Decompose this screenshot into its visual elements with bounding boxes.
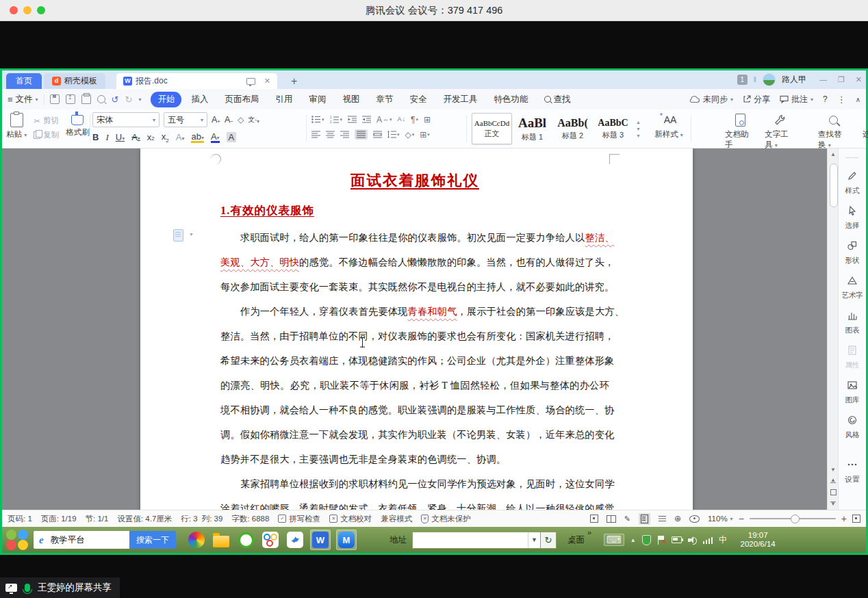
outline-view-icon[interactable] (659, 515, 666, 522)
style-cell-3[interactable]: AaBb(标题 2 (552, 113, 593, 144)
style-cell-2[interactable]: AaBl标题 1 (512, 113, 552, 144)
text-effects-button[interactable]: A▾ (176, 132, 185, 142)
meeting-taskbar-icon[interactable]: M (336, 530, 357, 550)
font-color-button[interactable]: A▾ (211, 132, 220, 143)
style-cell-4[interactable]: AaBbC标题 3 (593, 113, 633, 144)
highlight-button[interactable]: ab▾ (191, 132, 203, 143)
menu-tab-2[interactable]: 插入 (184, 92, 215, 107)
pane-item-8[interactable]: 风格 (841, 415, 863, 440)
window-list-icon[interactable]: ‖ (754, 76, 756, 83)
menu-tab-8[interactable]: 安全 (403, 92, 433, 107)
zoom-in-button[interactable]: + (841, 514, 847, 523)
address-go-icon[interactable]: ↻ (541, 532, 557, 549)
menu-tab-10[interactable]: 特色功能 (487, 92, 535, 107)
select-browse-object-button[interactable] (830, 489, 837, 495)
tricolor-app-icon[interactable] (261, 530, 280, 549)
scroll-down-icon[interactable]: ▼ (830, 467, 836, 473)
zoom-out-button[interactable]: − (739, 514, 744, 523)
compat-mode-label[interactable]: 兼容模式 (381, 514, 412, 524)
tab-docer[interactable]: d 稻壳模板 (44, 73, 105, 89)
gallery-down-icon[interactable]: ▼ (636, 127, 641, 131)
sync-status[interactable]: 未同步 ▾ (689, 94, 733, 105)
present-icon[interactable] (246, 78, 255, 85)
file-explorer-icon[interactable] (212, 530, 231, 549)
char-scale-button[interactable]: A↔▾ (376, 116, 392, 124)
subscript-button[interactable]: x2 (162, 131, 169, 144)
margin-note-widget[interactable]: ▼ (173, 229, 194, 242)
address-bar[interactable]: ▼ (412, 532, 541, 549)
taskbar-clock[interactable]: 19:07 2020/6/14 (741, 531, 776, 549)
font-name-select[interactable]: 宋体 ▾ (92, 112, 159, 127)
battery-icon[interactable] (672, 536, 682, 543)
justify-button[interactable] (355, 129, 368, 140)
network-signal-icon[interactable] (703, 536, 713, 544)
font-size-select[interactable]: 五号 ▾ (164, 112, 207, 127)
menu-tab-11[interactable]: 查找 (537, 92, 577, 107)
bold-button[interactable]: B (92, 132, 99, 142)
menu-tab-7[interactable]: 章节 (369, 92, 400, 107)
previous-page-button[interactable]: ▲ (830, 479, 836, 483)
antivirus-shield-icon[interactable] (642, 535, 651, 545)
taskbar-search-box[interactable]: e (34, 531, 129, 549)
superscript-button[interactable]: x2 (147, 132, 155, 142)
save-icon[interactable] (50, 94, 60, 104)
cut-button[interactable]: ✂ 剪切 (34, 116, 59, 126)
keyboard-icon[interactable]: ⌨ (604, 534, 624, 546)
status-word-count[interactable]: 字数: 6888 (231, 514, 269, 524)
spell-check-button[interactable]: ✓ 拼写检查 (278, 514, 320, 524)
green-ring-app-icon[interactable] (236, 530, 255, 549)
increase-font-button[interactable]: A+ (212, 115, 220, 125)
fullscreen-view-icon[interactable] (590, 515, 598, 523)
underline-button[interactable]: U▾ (116, 132, 125, 142)
maximize-icon[interactable]: ❐ (838, 75, 845, 84)
paragraph-layout-button[interactable]: ⊞ (424, 116, 431, 124)
quick-access-more-icon[interactable]: ▾ (138, 96, 141, 103)
sort-button[interactable]: A↓ (398, 116, 406, 122)
web-layout-icon[interactable]: ⊕ (674, 515, 681, 523)
menu-tab-6[interactable]: 视图 (335, 92, 366, 107)
zoom-slider[interactable] (750, 518, 836, 519)
share-button[interactable]: 分享 (743, 94, 770, 105)
pane-item-4[interactable]: 艺术字 (841, 275, 863, 300)
browser-pinwheel-icon[interactable] (187, 530, 206, 549)
gallery-more-icon[interactable]: ▼ (636, 133, 641, 138)
protection-status[interactable]: ✕ 文档未保护 (421, 514, 471, 524)
export-icon[interactable] (66, 94, 75, 104)
paste-button[interactable]: 粘贴 ▾ (6, 112, 27, 140)
ime-indicator[interactable]: 中 (719, 534, 728, 546)
copy-button[interactable]: 复制 (34, 130, 59, 140)
line-spacing-button[interactable]: ▾ (387, 131, 400, 138)
align-left-button[interactable] (311, 131, 320, 138)
minimize-icon[interactable]: — (819, 75, 827, 84)
next-page-button[interactable]: ▼ (830, 502, 836, 506)
address-input[interactable] (413, 532, 528, 548)
tab-close-icon[interactable]: ✕ (264, 77, 270, 86)
search-go-button[interactable]: 搜索一下 (129, 531, 176, 549)
notification-badge[interactable]: 1 (737, 75, 748, 85)
scroll-up-icon[interactable]: ▲ (828, 151, 839, 157)
volume-icon[interactable] (688, 536, 697, 544)
new-tab-button[interactable]: + (287, 73, 301, 89)
close-icon[interactable]: ✕ (856, 75, 862, 84)
document-page[interactable]: 面试衣着服饰礼仪 1.有效的仪表服饰 求职面试时，给人的第一印象往往是你的仪表服… (140, 148, 693, 510)
italic-button[interactable]: I (105, 132, 108, 143)
action-center-flag-icon[interactable]: ✕ (657, 536, 665, 545)
tab-home[interactable]: 首页 (6, 73, 42, 89)
align-right-button[interactable] (340, 131, 349, 138)
account-name[interactable]: 路人甲 (782, 74, 806, 86)
show-desktop-button[interactable]: 桌面 (567, 534, 585, 546)
collapse-ribbon-icon[interactable]: ∧ (856, 96, 860, 103)
help-button[interactable]: ? (823, 94, 828, 104)
menu-tab-9[interactable]: 开发工具 (436, 92, 484, 107)
document-canvas[interactable]: 面试衣着服饰礼仪 1.有效的仪表服饰 求职面试时，给人的第一印象往往是你的仪表服… (2, 148, 866, 510)
tab-document[interactable]: W 报告.doc ✕ (116, 73, 277, 89)
vertical-scrollbar[interactable]: ▲ ▼ ▲ ▼ (827, 148, 839, 510)
style-cell-1[interactable]: AaBbCcDd正文 (472, 113, 512, 144)
menu-tab-5[interactable]: 审阅 (302, 92, 333, 107)
fit-page-icon[interactable] (852, 515, 860, 523)
page-view-icon[interactable] (639, 513, 650, 525)
zoom-slider-knob[interactable] (791, 515, 800, 523)
pane-item-1[interactable]: 样式 (841, 170, 863, 196)
decrease-font-button[interactable]: A− (225, 115, 233, 125)
menu-tab-1[interactable]: 开始 (151, 92, 181, 107)
